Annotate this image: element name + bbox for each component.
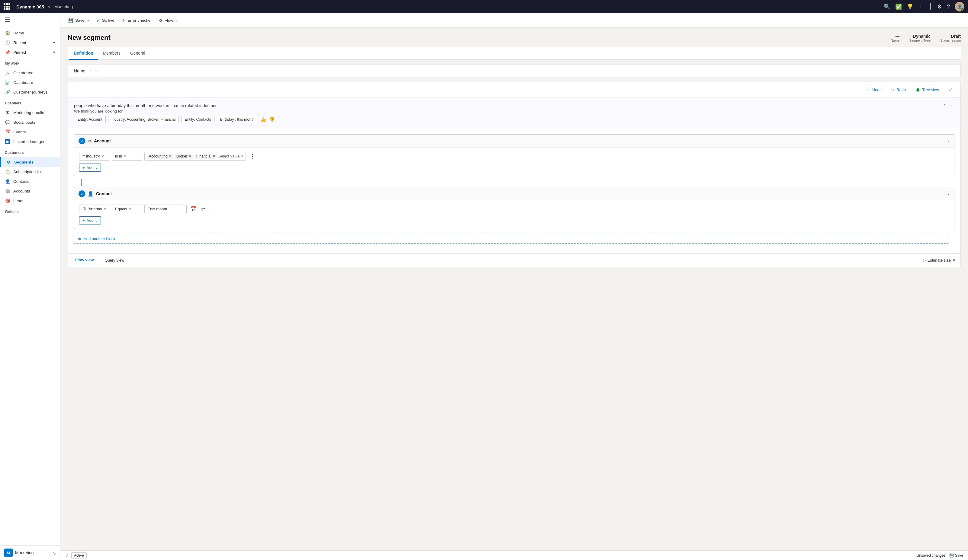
sidebar-item-customer-journeys[interactable]: 🔗 Customer journeys bbox=[0, 87, 60, 97]
account-block-header[interactable]: ✓ ✉ Account ∨ bbox=[74, 135, 954, 147]
sidebar-label-events: Events bbox=[13, 130, 26, 134]
industry-field-select[interactable]: ≡ Industry ∨ bbox=[79, 152, 109, 160]
ai-description: people who have a birthday this month an… bbox=[74, 103, 217, 108]
broker-remove[interactable]: ✕ bbox=[189, 154, 191, 158]
status-save-button[interactable]: 💾 Save bbox=[949, 553, 963, 558]
customer-journeys-icon: 🔗 bbox=[5, 89, 10, 94]
estimate-size-button[interactable]: ▷ Estimate size ∨ bbox=[923, 258, 956, 263]
sidebar-item-events[interactable]: 📅 Events bbox=[0, 127, 60, 137]
settings-icon[interactable]: ⚙ bbox=[937, 3, 942, 10]
sidebar-item-leads[interactable]: 🎯 Leads bbox=[0, 196, 60, 205]
nav-separator bbox=[930, 3, 931, 10]
undo-button[interactable]: ↩ Undo bbox=[864, 86, 885, 94]
save-icon: 💾 bbox=[68, 18, 73, 23]
save-caret[interactable]: ∨ bbox=[87, 19, 89, 22]
select-value-dropdown[interactable]: Select value ∨ bbox=[218, 154, 243, 159]
page-content: New segment --- Name Dynamic Segment Typ… bbox=[60, 28, 968, 550]
avatar-online-indicator bbox=[961, 8, 965, 12]
estimate-size-icon: ▷ bbox=[923, 258, 926, 263]
tab-general[interactable]: General bbox=[125, 47, 150, 60]
account-add-button[interactable]: + Add ∨ bbox=[79, 164, 101, 172]
sidebar-item-recent[interactable]: 🕐 Recent ∨ bbox=[0, 38, 60, 47]
operator-select[interactable]: is in ∨ bbox=[112, 152, 142, 160]
select-value-caret: ∨ bbox=[241, 154, 243, 158]
plus-icon[interactable]: ＋ bbox=[918, 3, 923, 10]
birthday-field-label: Birthday bbox=[88, 206, 102, 211]
redo-button[interactable]: ↪ Redo bbox=[888, 86, 909, 94]
birthday-operator-select[interactable]: Equals ∨ bbox=[112, 205, 142, 213]
sidebar-item-segments[interactable]: ⊙ Segments bbox=[0, 157, 60, 167]
tab-definition[interactable]: Definition bbox=[69, 47, 98, 60]
tab-members[interactable]: Members bbox=[98, 47, 125, 60]
social-icon: 💬 bbox=[5, 120, 10, 125]
sidebar-item-linkedin[interactable]: in LinkedIn lead gen bbox=[0, 137, 60, 146]
expand-button[interactable]: ⤢ bbox=[946, 85, 956, 94]
sidebar-item-contacts[interactable]: 👤 Contacts bbox=[0, 177, 60, 186]
sidebar-item-marketing-emails[interactable]: ✉ Marketing emails bbox=[0, 108, 60, 117]
contact-block-header[interactable]: ✓ 👤 Contact ∨ bbox=[74, 187, 954, 200]
flow-button[interactable]: ⟳ Flow ∨ bbox=[156, 16, 181, 25]
sidebar-item-subscription-list[interactable]: 📋 Subscription list bbox=[0, 167, 60, 177]
birthday-calendar-icon[interactable]: 📅 bbox=[189, 206, 197, 212]
flow-caret[interactable]: ∨ bbox=[176, 19, 177, 22]
svg-rect-2 bbox=[5, 21, 10, 22]
birthday-value-select[interactable]: This month bbox=[144, 205, 187, 213]
account-block: ✓ ✉ Account ∨ ≡ Industry ∨ bbox=[74, 134, 955, 176]
flow-view-button[interactable]: Flow view bbox=[73, 256, 96, 264]
app-name-caret[interactable]: ∨ bbox=[48, 5, 51, 9]
thumbs-down-button[interactable]: 👎 bbox=[269, 116, 275, 123]
ai-more-button[interactable]: ⋯ bbox=[949, 102, 955, 109]
birthday-field-select[interactable]: 🗓 Birthday ∨ bbox=[79, 205, 109, 213]
main-toolbar: 💾 Save ∨ ✔ Go live ⚠ Error checker ⟳ Flo… bbox=[60, 13, 968, 28]
sidebar-item-social-posts[interactable]: 💬 Social posts bbox=[0, 117, 60, 127]
sidebar-item-get-started[interactable]: ▷ Get started bbox=[0, 68, 60, 78]
industry-more-button[interactable]: ⋮ bbox=[248, 153, 257, 160]
error-checker-button[interactable]: ⚠ Error checker bbox=[119, 16, 155, 25]
sidebar-footer-caret[interactable]: ◇ bbox=[53, 550, 56, 555]
industry-values[interactable]: Accounting ✕ Broker ✕ Financial bbox=[144, 152, 246, 160]
birthday-operator-label: Equals bbox=[115, 206, 127, 211]
sidebar-item-dashboard[interactable]: 📊 Dashboard bbox=[0, 78, 60, 87]
sidebar-section-channels: ✉ Marketing emails 💬 Social posts 📅 Even… bbox=[0, 106, 60, 147]
contact-add-caret: ∨ bbox=[95, 219, 98, 222]
financial-remove[interactable]: ✕ bbox=[213, 154, 215, 158]
blocks-area: ✓ ✉ Account ∨ ≡ Industry ∨ bbox=[68, 128, 960, 253]
ai-tag-entity-account: Entity: Account bbox=[74, 116, 106, 123]
ai-collapse-button[interactable]: ⌃ bbox=[943, 103, 946, 108]
avatar[interactable]: 👤 bbox=[955, 2, 965, 12]
lightbulb-icon[interactable]: 💡 bbox=[907, 3, 913, 10]
account-block-caret[interactable]: ∨ bbox=[947, 139, 950, 143]
checkmark-circle-icon[interactable]: ✅ bbox=[895, 3, 902, 10]
name-field-value[interactable]: --- bbox=[95, 68, 99, 73]
operator-label: is in bbox=[115, 154, 122, 159]
home-icon: 🏠 bbox=[5, 30, 10, 35]
contact-add-button[interactable]: + Add ∨ bbox=[79, 216, 101, 225]
add-another-block-button[interactable]: ⊕ Add another block bbox=[74, 234, 948, 244]
status-expand-icon[interactable]: ⤢ bbox=[65, 553, 69, 558]
accounting-remove[interactable]: ✕ bbox=[169, 154, 172, 158]
contact-block: ✓ 👤 Contact ∨ 🗓 Birthday ∨ bbox=[74, 187, 955, 229]
subscription-icon: 📋 bbox=[5, 169, 10, 174]
sidebar-toggle[interactable] bbox=[0, 13, 60, 27]
tree-view-button[interactable]: 🌲 Tree view bbox=[912, 86, 942, 94]
page-meta: --- Name Dynamic Segment Type Draft Stat… bbox=[891, 34, 961, 42]
search-icon[interactable]: 🔍 bbox=[884, 3, 890, 10]
status-badge: Active bbox=[71, 552, 87, 558]
contact-block-caret[interactable]: ∨ bbox=[947, 192, 950, 196]
birthday-more-button[interactable]: ⋮ bbox=[209, 205, 217, 213]
main-layout: 🏠 Home 🕐 Recent ∨ 📌 Pinned ∨ My work bbox=[0, 13, 968, 560]
thumbs-up-button[interactable]: 👍 bbox=[260, 116, 266, 123]
ai-suggestion: people who have a birthday this month an… bbox=[68, 97, 960, 128]
app-grid-icon[interactable] bbox=[3, 3, 10, 10]
meta-segment-type-label: Segment Type bbox=[909, 39, 931, 42]
sidebar-item-pinned[interactable]: 📌 Pinned ∨ bbox=[0, 47, 60, 57]
go-live-button[interactable]: ✔ Go live bbox=[93, 16, 118, 25]
sidebar-item-accounts[interactable]: 🏢 Accounts bbox=[0, 186, 60, 196]
sidebar-label-contacts: Contacts bbox=[13, 179, 29, 184]
save-button[interactable]: 💾 Save ∨ bbox=[65, 16, 92, 25]
help-icon[interactable]: ? bbox=[947, 3, 950, 10]
birthday-shuffle-icon[interactable]: ⇄ bbox=[200, 206, 206, 212]
sidebar-item-home[interactable]: 🏠 Home bbox=[0, 28, 60, 38]
broker-chip: Broker ✕ bbox=[174, 154, 193, 159]
query-view-button[interactable]: Query view bbox=[102, 256, 126, 264]
